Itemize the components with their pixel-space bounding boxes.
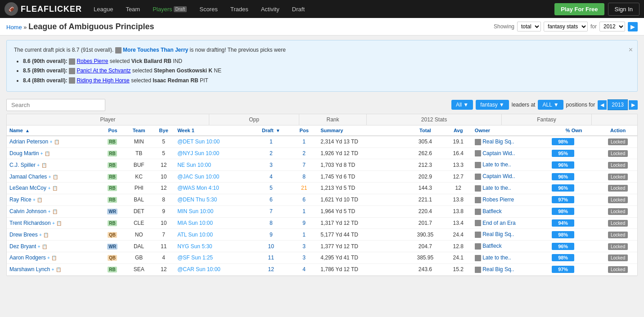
- fantasy-filter-button[interactable]: fantasy ▼: [476, 100, 509, 110]
- nav-team[interactable]: Team: [120, 0, 145, 18]
- player-icon-note[interactable]: 📋: [54, 139, 59, 144]
- all-positions-button[interactable]: ALL ▼: [538, 100, 563, 110]
- owner-link[interactable]: Real Big Sq..: [482, 231, 514, 237]
- pos-badge: RB: [108, 174, 117, 180]
- player-icon-add[interactable]: +: [47, 255, 50, 260]
- opp-link[interactable]: @JAC Sun 10:00: [177, 174, 219, 180]
- player-name-link[interactable]: Ray Rice: [9, 196, 32, 203]
- player-name-link[interactable]: Dez Bryant: [9, 243, 36, 250]
- player-name-link[interactable]: Trent Richardson: [9, 220, 51, 226]
- col-avg[interactable]: Avg: [445, 125, 472, 136]
- player-icon-note[interactable]: 📋: [37, 197, 42, 202]
- pick-2-team-link[interactable]: Panic! At the Schvantz: [77, 67, 131, 74]
- player-icon-add[interactable]: +: [50, 139, 52, 144]
- play-for-free-button[interactable]: Play For Free: [554, 3, 604, 15]
- player-name-link[interactable]: C.J. Spiller: [9, 162, 36, 168]
- player-icon-add[interactable]: +: [48, 209, 50, 214]
- col-pct-own[interactable]: % Own: [549, 125, 599, 136]
- owner-link[interactable]: Real Big Sq..: [482, 138, 514, 145]
- player-icon-note[interactable]: 📋: [52, 209, 58, 214]
- col-week1[interactable]: Week 1: [175, 125, 252, 136]
- signin-button[interactable]: Sign In: [608, 3, 639, 16]
- player-icon-note[interactable]: 📋: [43, 232, 49, 237]
- player-icon-note[interactable]: 📋: [52, 186, 58, 191]
- player-icon-add[interactable]: +: [52, 221, 55, 226]
- nav-league[interactable]: League: [88, 0, 118, 18]
- owner-link[interactable]: Late to the..: [482, 185, 511, 191]
- player-icon-note[interactable]: 📋: [41, 163, 47, 168]
- player-icon-add[interactable]: +: [37, 163, 40, 168]
- opp-link[interactable]: NYG Sun 5:30: [177, 243, 212, 250]
- opp-link[interactable]: @NYJ Sun 10:00: [177, 150, 219, 156]
- player-name-link[interactable]: Calvin Johnson: [9, 208, 46, 214]
- opp-link[interactable]: @CAR Sun 10:00: [177, 266, 221, 272]
- player-icon-note[interactable]: 📋: [45, 151, 50, 156]
- player-name-link[interactable]: Marshawn Lynch: [9, 266, 50, 272]
- owner-link[interactable]: Captain Wid..: [482, 150, 515, 156]
- opp-link[interactable]: MIN Sun 10:00: [177, 208, 213, 214]
- owner-link[interactable]: Batfleck: [482, 208, 502, 214]
- col-owner[interactable]: Owner: [472, 125, 549, 136]
- nav-trades[interactable]: Trades: [225, 0, 254, 18]
- owner-link[interactable]: Captain Wid..: [482, 173, 515, 179]
- col-pos-rank[interactable]: Pos: [290, 125, 318, 136]
- player-name-link[interactable]: Aaron Rodgers: [9, 254, 46, 261]
- player-icon-add[interactable]: +: [52, 267, 54, 272]
- year-display-button[interactable]: 2013: [608, 99, 628, 110]
- all-filter-button[interactable]: All ▼: [451, 100, 473, 110]
- close-draft-notice[interactable]: ×: [629, 44, 633, 56]
- home-link[interactable]: Home: [6, 24, 22, 31]
- player-name-link[interactable]: Adrian Peterson: [9, 138, 48, 145]
- opp-link[interactable]: @DET Sun 10:00: [177, 138, 220, 145]
- opp-link[interactable]: ATL Sun 10:00: [177, 232, 213, 238]
- owner-link[interactable]: Late to the..: [482, 161, 511, 168]
- col-bye[interactable]: Bye: [153, 125, 175, 136]
- year-next-button[interactable]: ▶: [629, 100, 638, 110]
- owner-link[interactable]: Real Big Sq..: [482, 266, 514, 272]
- player-team-cell: KC: [125, 171, 153, 183]
- opp-link[interactable]: MIA Sun 10:00: [177, 220, 213, 226]
- owner-link[interactable]: End of an Era: [482, 220, 515, 226]
- player-icon-note[interactable]: 📋: [53, 174, 58, 179]
- player-name-link[interactable]: Drew Brees: [9, 232, 38, 238]
- player-name-link[interactable]: Jamaal Charles: [9, 174, 47, 180]
- player-icon-note[interactable]: 📋: [56, 267, 61, 272]
- col-summary[interactable]: Summary: [318, 125, 406, 136]
- search-input[interactable]: [6, 99, 105, 111]
- nav-draft[interactable]: Draft: [287, 0, 310, 18]
- pick-1-team-link[interactable]: Robes Pierre: [77, 58, 108, 64]
- opp-link[interactable]: @WAS Mon 4:10: [177, 185, 219, 191]
- year-prev-button[interactable]: ◀: [598, 100, 607, 110]
- total-select[interactable]: total: [517, 22, 541, 31]
- player-icon-add[interactable]: +: [48, 186, 50, 191]
- stats-select[interactable]: fantasy stats: [544, 22, 588, 31]
- nav-players[interactable]: PlayersDraft: [147, 0, 192, 18]
- col-pos[interactable]: Pos: [100, 125, 125, 136]
- col-total[interactable]: Total: [406, 125, 445, 136]
- year-forward-button[interactable]: ▶: [628, 22, 638, 31]
- year-select-showing[interactable]: 2012: [599, 22, 625, 31]
- player-icon-note[interactable]: 📋: [56, 221, 62, 226]
- nav-activity[interactable]: Activity: [256, 0, 285, 18]
- col-team[interactable]: Team: [125, 125, 153, 136]
- player-name-link[interactable]: Doug Martin: [9, 150, 39, 156]
- player-icon-note[interactable]: 📋: [42, 244, 47, 249]
- opp-link[interactable]: @DEN Thu 5:30: [177, 196, 217, 203]
- player-icon-add[interactable]: +: [38, 244, 41, 249]
- col-draft[interactable]: Draft ▼: [252, 125, 290, 136]
- col-action[interactable]: Action: [599, 125, 637, 136]
- owner-link[interactable]: Late to the..: [482, 254, 511, 261]
- pick-3-team-link[interactable]: Riding the High Horse: [77, 77, 129, 84]
- player-icon-add[interactable]: +: [49, 174, 51, 179]
- player-icon-note[interactable]: 📋: [51, 255, 57, 260]
- col-name[interactable]: Name ▲: [7, 125, 100, 136]
- player-icon-add[interactable]: +: [39, 232, 42, 237]
- owner-link[interactable]: Robes Pierre: [482, 196, 514, 203]
- player-icon-add[interactable]: +: [41, 151, 43, 156]
- opp-link[interactable]: NE Sun 10:00: [177, 162, 211, 168]
- player-name-link[interactable]: LeSean McCoy: [9, 185, 46, 191]
- owner-link[interactable]: Batfleck: [482, 243, 502, 249]
- player-icon-add[interactable]: +: [33, 197, 36, 202]
- opp-link[interactable]: @SF Sun 1:25: [177, 254, 213, 261]
- nav-scores[interactable]: Scores: [194, 0, 223, 18]
